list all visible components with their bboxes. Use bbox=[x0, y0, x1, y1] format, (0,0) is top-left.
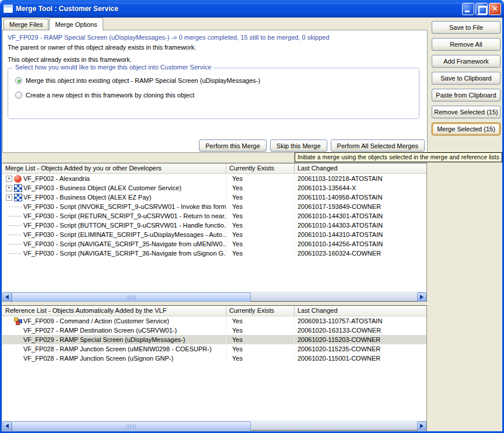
radio-merge-existing-label: Merge this object into existing object -… bbox=[26, 77, 260, 84]
tree-branch-line bbox=[9, 253, 22, 254]
last-changed-value: 20061101-140958-ATOSTAIN bbox=[295, 193, 426, 202]
tree-branch-line bbox=[9, 216, 22, 216]
object-name: VF_FP002 - Alexandria bbox=[23, 175, 90, 182]
reference-list-title: Reference List - Objects Automatically A… bbox=[2, 306, 226, 316]
currently-exists-value: Yes bbox=[226, 354, 295, 363]
table-row[interactable]: VF_FP009 - Command / Action (Customer Se… bbox=[2, 316, 426, 326]
table-row[interactable]: VF_FP028 - RAMP Junction Screen (uMENIW0… bbox=[2, 344, 426, 354]
perform-all-selected-merges-button[interactable]: Perform All Selected Merges bbox=[331, 139, 425, 152]
currently-exists-value: Yes bbox=[226, 174, 295, 183]
scroll-right-icon[interactable] bbox=[417, 292, 426, 302]
column-header-last-changed[interactable]: Last Changed bbox=[295, 163, 426, 173]
radio-merge-existing-object[interactable]: Merge this object into existing object -… bbox=[15, 77, 260, 84]
merge-selected-button[interactable]: Merge Selected (15) bbox=[432, 123, 501, 135]
last-changed-value: 20061023-160324-COWNER bbox=[295, 249, 426, 258]
object-name: VF_FP030 - Script (NAVIGATE_SCRIPT_35-Na… bbox=[23, 240, 226, 247]
parent-exists-text: The parent or owner of this object alrea… bbox=[8, 44, 196, 51]
currently-exists-value: Yes bbox=[226, 230, 295, 239]
table-row[interactable]: VF_FP030 - Script (INVOKE_SCRIPT_9-uCSRV… bbox=[2, 202, 426, 211]
tooltip: Initiate a merge using the objects selec… bbox=[295, 152, 502, 162]
column-header-currently-exists[interactable]: Currently Exists bbox=[226, 163, 295, 173]
object-name: VF_FP027 - RAMP Destination Screen (uCSR… bbox=[23, 327, 177, 334]
last-changed-value: 20061013-135644-X bbox=[295, 183, 426, 193]
last-changed-value: 20061020-163133-COWNER bbox=[295, 326, 426, 335]
table-row[interactable]: VF_FP003 - Business Object (ALEX EZ Pay)… bbox=[2, 193, 426, 202]
table-row[interactable]: VF_FP003 - Business Object (ALEX Custome… bbox=[2, 183, 426, 193]
remove-selected-button[interactable]: Remove Selected (15) bbox=[432, 106, 501, 118]
object-name: VF_FP009 - Command / Action (Customer Se… bbox=[23, 317, 169, 324]
currently-exists-value: Yes bbox=[226, 183, 295, 193]
currently-exists-value: Yes bbox=[226, 211, 295, 221]
table-row[interactable]: VF_FP027 - RAMP Destination Screen (uCSR… bbox=[2, 326, 426, 335]
titlebar[interactable]: Merge Tool : Customer Service bbox=[0, 0, 504, 18]
table-row[interactable]: VF_FP030 - Script (RETURN_SCRIPT_9-uCSRV… bbox=[2, 211, 426, 221]
object-name: VF_FP030 - Script (RETURN_SCRIPT_9-uCSRV… bbox=[23, 212, 226, 219]
tree-branch-line bbox=[9, 225, 22, 226]
scroll-left-icon[interactable] bbox=[2, 421, 12, 431]
expand-plus-icon[interactable] bbox=[6, 185, 12, 191]
object-name: VF_FP028 - RAMP Junction Screen (uSignon… bbox=[23, 355, 173, 362]
scroll-thumb[interactable] bbox=[12, 292, 251, 302]
radio-selected-icon[interactable] bbox=[15, 77, 22, 84]
business-object-icon bbox=[14, 184, 22, 192]
currently-exists-value: Yes bbox=[226, 202, 295, 211]
radio-unselected-icon[interactable] bbox=[15, 92, 22, 99]
add-framework-button[interactable]: Add Framework bbox=[432, 55, 501, 68]
close-button[interactable] bbox=[489, 3, 501, 15]
object-name: VF_FP030 - Script (NAVIGATE_SCRIPT_36-Na… bbox=[23, 250, 226, 257]
object-name: VF_FP003 - Business Object (ALEX Custome… bbox=[23, 184, 181, 191]
object-name: VF_FP030 - Script (INVOKE_SCRIPT_9-uCSRV… bbox=[23, 203, 226, 210]
table-row[interactable]: VF_FP002 - Alexandria Yes 20061103-10221… bbox=[2, 174, 426, 183]
currently-exists-value: Yes bbox=[226, 249, 295, 258]
last-changed-value: 20061010-144310-ATOSTAIN bbox=[295, 230, 426, 239]
table-row[interactable]: VF_FP030 - Script (NAVIGATE_SCRIPT_35-Na… bbox=[2, 239, 426, 249]
merge-list-hscrollbar[interactable] bbox=[2, 292, 426, 301]
save-to-file-button[interactable]: Save to File bbox=[432, 21, 501, 34]
window-title: Merge Tool : Customer Service bbox=[16, 5, 462, 13]
merge-options-panel: VF_FP029 - RAMP Special Screen (uDisplay… bbox=[2, 30, 428, 153]
maximize-button[interactable] bbox=[475, 3, 488, 15]
last-changed-value: 20061010-144301-ATOSTAIN bbox=[295, 211, 426, 221]
scroll-right-icon[interactable] bbox=[417, 421, 426, 431]
table-row[interactable]: VF_FP028 - RAMP Junction Screen (uSignon… bbox=[2, 354, 426, 363]
object-name: VF_FP030 - Script (ELIMINATE_SCRIPT_5-uD… bbox=[23, 231, 226, 238]
table-row[interactable]: VF_FP030 - Script (ELIMINATE_SCRIPT_5-uD… bbox=[2, 230, 426, 239]
remove-all-button[interactable]: Remove All bbox=[432, 38, 501, 51]
last-changed-value: 20061010-144256-ATOSTAIN bbox=[295, 239, 426, 249]
table-row[interactable]: VF_FP030 - Script (NAVIGATE_SCRIPT_36-Na… bbox=[2, 249, 426, 258]
business-object-icon bbox=[14, 194, 22, 201]
skip-this-merge-button[interactable]: Skip this Merge bbox=[270, 139, 327, 152]
perform-this-merge-button[interactable]: Perform this Merge bbox=[199, 139, 267, 152]
object-name: VF_FP003 - Business Object (ALEX EZ Pay) bbox=[23, 194, 151, 201]
column-header-last-changed[interactable]: Last Changed bbox=[295, 306, 426, 316]
table-row[interactable]: VF_FP030 - Script (BUTTON_SCRIPT_9-uCSRV… bbox=[2, 221, 426, 230]
last-changed-value: 20061103-102218-ATOSTAIN bbox=[295, 174, 426, 183]
tab-merge-options[interactable]: Merge Options bbox=[49, 18, 103, 30]
last-changed-value: 20061017-193849-COWNER bbox=[295, 202, 426, 211]
table-row-selected[interactable]: VF_FP029 - RAMP Special Screen (uDisplay… bbox=[2, 335, 426, 344]
last-changed-value: 20060913-110757-ATOSTAIN bbox=[295, 316, 426, 326]
expand-plus-icon[interactable] bbox=[6, 176, 12, 182]
object-name: VF_FP028 - RAMP Junction Screen (uMENIW0… bbox=[23, 345, 212, 352]
last-changed-value: 20061010-144303-ATOSTAIN bbox=[295, 221, 426, 230]
minimize-button[interactable] bbox=[462, 3, 474, 15]
last-changed-value: 20061020-115001-COWNER bbox=[295, 354, 426, 363]
paste-from-clipboard-button[interactable]: Paste from Clipboard bbox=[432, 89, 501, 102]
alexandria-object-icon bbox=[14, 175, 22, 183]
save-to-clipboard-button[interactable]: Save to Clipboard bbox=[432, 72, 501, 85]
app-icon bbox=[4, 5, 13, 13]
reference-list-hscrollbar[interactable] bbox=[2, 421, 426, 430]
merge-choice-group-title: Select how you would like to merge this … bbox=[13, 64, 214, 71]
tree-branch-line bbox=[9, 235, 22, 235]
tab-merge-files[interactable]: Merge Files bbox=[4, 19, 48, 30]
currently-exists-value: Yes bbox=[226, 193, 295, 202]
radio-clone-object[interactable]: Create a new object in this framework by… bbox=[15, 92, 194, 99]
reference-list: Reference List - Objects Automatically A… bbox=[2, 305, 427, 431]
scroll-left-icon[interactable] bbox=[2, 292, 12, 302]
scroll-thumb[interactable] bbox=[12, 421, 251, 431]
expand-plus-icon[interactable] bbox=[6, 194, 12, 201]
currently-exists-value: Yes bbox=[226, 326, 295, 335]
merge-choice-group: Select how you would like to merge this … bbox=[8, 68, 419, 119]
merge-tool-window: Merge Tool : Customer Service Merge File… bbox=[0, 0, 504, 433]
column-header-currently-exists[interactable]: Currently Exists bbox=[226, 306, 295, 316]
